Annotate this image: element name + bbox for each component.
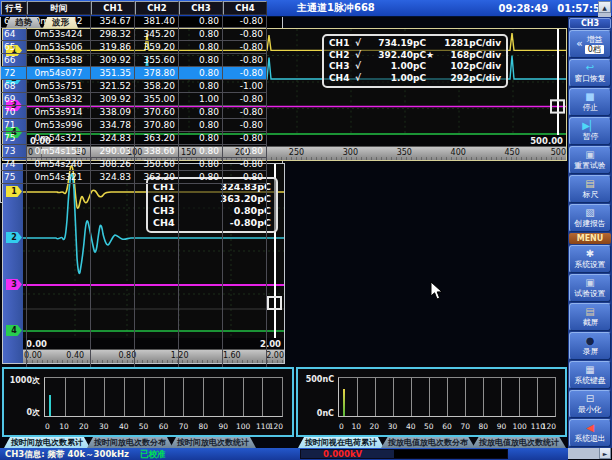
sidebar-button-label: 标尺 [582, 189, 598, 198]
ruler-tick: 50 [424, 422, 434, 431]
grid-line [447, 378, 448, 416]
table-cell: 308.26 [91, 158, 135, 171]
table-cell: 0.80 [179, 15, 223, 28]
ruler-tick: 10 [351, 422, 361, 431]
column-header-CH3[interactable]: CH3 [179, 1, 223, 15]
hist-tab[interactable]: 按时间放电次数统计 [170, 437, 256, 448]
sidebar-button-gear[interactable]: ✱系统设置 [569, 245, 611, 273]
sidebar-button-label: 停止 [582, 102, 598, 111]
ruler-tick: 30 [99, 422, 109, 431]
ruler-tick: 60 [442, 422, 452, 431]
table-row[interactable]: 730m54s159290.03338.600.800.80 [1, 145, 598, 158]
ruler-tick: 80 [199, 422, 209, 431]
table-cell: 350.60 [135, 158, 179, 171]
grid-line [393, 378, 394, 416]
table-row[interactable]: 740m54s240308.26350.600.80-0.80 [1, 158, 598, 171]
ruler-tick: 90 [218, 422, 228, 431]
table-cell: 334.78 [91, 119, 135, 132]
table-cell: 72 [1, 67, 27, 80]
hist-x-ticks: 0102030405060708090100110120 [338, 422, 556, 432]
table-row[interactable]: 680m53s751321.52358.200.80-1.00 [1, 80, 598, 93]
grid-line [537, 378, 538, 416]
table-cell: 370.80 [135, 119, 179, 132]
sidebar-button-exit[interactable]: ◀系统退出 [569, 419, 611, 447]
table-cell: 298.32 [91, 28, 135, 41]
table-row[interactable]: 690m53s832309.92355.001.00-0.80 [1, 93, 598, 106]
table-row[interactable]: 750m54s321324.83363.200.80-0.80 [1, 171, 598, 184]
sidebar-button-minimize[interactable]: ⊟最小化 [569, 390, 611, 418]
sidebar-button-label: 重置试验 [574, 160, 605, 169]
table-cell: 0m53s424 [27, 28, 91, 41]
grid-line [183, 378, 184, 416]
table-cell: -0.80 [223, 171, 267, 184]
table-row[interactable]: 630m53s342354.67381.400.80-0.80 [1, 15, 598, 28]
minimize-icon: ⊟ [586, 394, 594, 404]
sidebar-button-ruler[interactable]: ▤标尺 [569, 175, 611, 203]
column-header-CH2[interactable]: CH2 [135, 1, 179, 15]
table-cell: 363.20 [135, 132, 179, 145]
hist-y-max: 500nC [300, 375, 334, 384]
table-row[interactable]: 750m54s321324.83363.200.80-0.80 [1, 132, 598, 145]
table-cell: 319.86 [91, 41, 135, 54]
table-cell: 0m53s832 [27, 93, 91, 106]
channel-info-label: CH3信息: 频带 40k～300kHz [5, 448, 129, 460]
ruler-tick: 60 [159, 422, 169, 431]
table-cell: 381.40 [135, 15, 179, 28]
hist-tab[interactable]: 按放电值放电次数统计 [472, 437, 566, 448]
table-cell: 73 [1, 145, 27, 158]
table-cell: 0.80 [179, 80, 223, 93]
table-cell: -1.00 [223, 80, 267, 93]
sidebar-button-stop[interactable]: ■停止 [569, 88, 611, 116]
column-header-CH1[interactable]: CH1 [91, 1, 135, 15]
tab-waveform[interactable]: 波形 [43, 17, 78, 28]
record-icon: ● [586, 336, 595, 346]
table-row[interactable]: 710m53s996334.78370.800.80-0.80 [1, 119, 598, 132]
grid-line [411, 378, 412, 416]
grid-line [465, 378, 466, 416]
sidebar-button-report[interactable]: ▧创建报告 [569, 204, 611, 232]
grid-line [262, 378, 263, 416]
table-cell: 324.83 [91, 171, 135, 184]
pause-icon: ▶▏ [582, 121, 597, 131]
hist-tab[interactable]: 按时间视在电荷累计 [298, 437, 384, 448]
table-cell: 0.80 [179, 28, 223, 41]
sidebar-channel-label: CH3 [569, 18, 611, 29]
tab-trend[interactable]: 趋势 [6, 17, 41, 28]
grid-line [84, 378, 85, 416]
sidebar-button-pause[interactable]: ▶▏暂停 [569, 117, 611, 145]
sidebar-button-record[interactable]: ●录屏 [569, 332, 611, 360]
sidebar-button-settings[interactable]: ▣试验设置 [569, 274, 611, 302]
table-cell: -0.80 [223, 158, 267, 171]
ruler-tick: 70 [179, 422, 189, 431]
scroll-up-icon[interactable]: ▲ [598, 1, 611, 13]
grid-line [203, 378, 204, 416]
discharge-count-histogram: 1000次 0次 0102030405060708090100110120 [2, 367, 294, 437]
table-cell: 0m54s321 [27, 171, 91, 184]
table-row[interactable]: 640m53s424298.32345.200.80-0.80 [1, 28, 598, 41]
column-header-行号[interactable]: 行号 [1, 1, 27, 15]
sidebar-button-label: 暂停 [582, 131, 598, 140]
hist-tab[interactable]: 按时间放电次数分布 [87, 437, 173, 448]
table-row[interactable]: 720m54s077351.35378.800.80-0.80 [1, 67, 598, 80]
hist-tab[interactable]: 按时间放电次数累计 [4, 437, 90, 448]
table-cell: 0.80 [179, 119, 223, 132]
table-cell: -0.80 [223, 106, 267, 119]
sidebar-button-restore[interactable]: ↩窗口恢复 [569, 59, 611, 87]
grid-line [124, 378, 125, 416]
table-cell: 74 [1, 158, 27, 171]
column-header-CH4[interactable]: CH4 [223, 1, 267, 15]
hist-tab[interactable]: 按放电值放电次数分布 [381, 437, 475, 448]
table-row[interactable]: 700m53s914338.09370.600.80-0.80 [1, 106, 598, 119]
scroll-right-icon[interactable]: ► [599, 447, 611, 459]
table-cell: 69 [1, 93, 27, 106]
sidebar-menu-header: MENU [569, 233, 611, 244]
table-row[interactable]: 650m53s506319.86359.200.80-0.80 [1, 41, 598, 54]
sidebar-button-gain[interactable]: «增益0档 [569, 30, 611, 58]
report-icon: ▧ [585, 208, 594, 218]
sidebar-button-keyboard[interactable]: ▦系统键盘 [569, 361, 611, 389]
sidebar-button-screenshot[interactable]: ▤截屏 [569, 303, 611, 331]
column-header-时间[interactable]: 时间 [27, 1, 91, 15]
hist-y-max: 1000次 [6, 375, 40, 386]
sidebar-button-reset[interactable]: ▣重置试验 [569, 146, 611, 174]
table-row[interactable]: 660m53s588309.92355.600.80-0.80 [1, 54, 598, 67]
